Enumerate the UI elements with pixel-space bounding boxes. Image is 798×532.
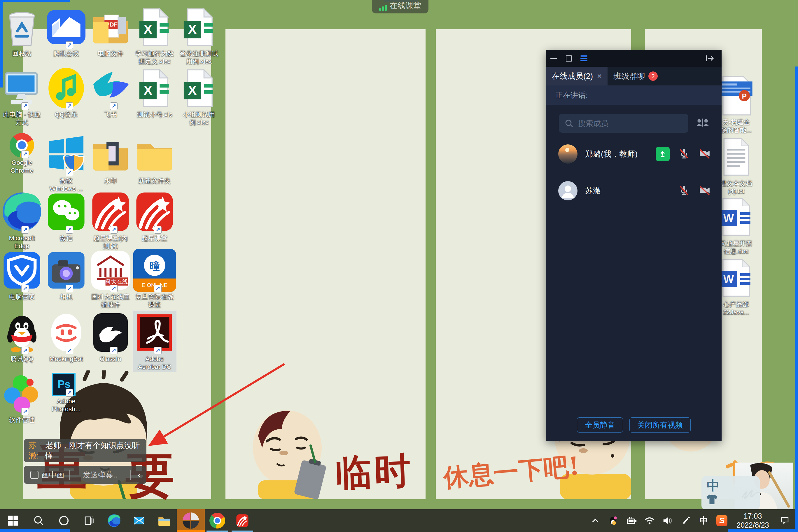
tray-wifi-icon[interactable] [641,515,659,527]
desktop-icon-label: Google Chrome [10,159,34,174]
svg-text:P: P [742,92,747,100]
desktop-icon-label: 学习通行为数 据定义.xlsx [133,50,176,65]
shortcut-arrow-icon: ↗ [110,285,117,292]
mute-all-button[interactable]: 全员静音 [577,417,623,433]
desktop-icon-label: 超星课堂(内 测版) [89,234,132,250]
online-class-badge[interactable]: 在线课堂 [372,0,429,14]
taskbar-file-explorer-button[interactable] [152,509,177,532]
chat-message-text: 老师，刚才有个知识点没听懂 [45,440,142,461]
desktop-icon-watermark-folder[interactable]: 水印 [89,132,132,186]
tab-online-members[interactable]: 在线成员(2) × [546,67,608,86]
tab-class-chat[interactable]: 班级群聊 2 [608,67,664,86]
desktop-icon-recycle-bin[interactable]: 回收站 [0,5,44,59]
desktop-icon-wechat[interactable]: ↗微信 [44,190,88,243]
danmaku-message-bubble: 苏澈: 老师，刚才有个知识点没听懂 [24,439,147,462]
desktop-icon-adobe-photoshop[interactable]: Ps↗Adobe Photosh... [44,372,88,414]
shortcut-arrow-icon: ↗ [154,347,162,354]
panel-footer: 全员静音 关闭所有视频 [546,409,722,441]
window-edge-left [0,0,3,88]
maximize-button[interactable] [561,50,576,67]
unread-count-badge: 2 [648,72,658,81]
tray-windows-ink-icon[interactable] [677,515,695,526]
close-tab-icon[interactable]: × [597,72,602,81]
taskbar-clock[interactable]: 17:03 2022/8/23 [731,512,775,530]
desktop-icon-xuexitong-behavior-xlsx[interactable]: X学习通行为数 据定义.xlsx [133,5,176,66]
tray-volume-icon[interactable] [659,515,677,527]
desktop-icon-login-register-test-xlsx[interactable]: X登录注册测试 用例.xlsx [177,5,221,66]
desktop-icon-adobe-acrobat-dc[interactable]: ↗Adobe Acrobat DC [133,311,176,372]
window-edge-top [0,0,70,2]
microsoft-edge-icon: ↗ [1,190,43,233]
recycle-bin-icon [1,6,43,49]
mic-muted-icon[interactable] [678,147,690,161]
desktop-icon-classin[interactable]: ↗ClassIn [89,311,132,364]
desktop-icon-chaoxing-class[interactable]: ↗超星课堂 [133,190,176,243]
member-row-1[interactable]: 郑璐(我，教师) [546,136,722,172]
tray-power-icon[interactable] [622,515,641,527]
desktop-icon-tencent-qq[interactable]: ↗腾讯QQ [0,311,44,364]
desktop-icon-label: 登录注册测试 用例.xlsx [178,50,220,65]
minimize-button[interactable] [546,50,561,67]
tray-qq-tray-icon[interactable] [604,516,622,526]
desktop-icon-qq-music[interactable]: ↗QQ音乐 [44,66,88,119]
popout-button[interactable] [702,50,718,67]
camera-off-icon[interactable] [698,184,711,197]
taskbar-search-button[interactable] [26,509,51,532]
taskbar-mail-button[interactable] [127,509,152,532]
watermark-folder-icon [89,133,132,176]
card-zhong-character: 中 [707,477,720,494]
desktop-icon-new-folder[interactable]: 新建文件夹 [133,132,176,186]
tray-hidden-icons-icon[interactable] [586,516,604,525]
svg-text:X: X [144,83,152,98]
camera-off-icon[interactable] [698,147,711,161]
shortcut-arrow-icon: ↗ [21,408,29,415]
pip-label[interactable]: 画中画 [41,470,64,480]
desktop-icon-microsoft-edge[interactable]: ↗Microsoft Edge [0,190,44,251]
pip-checkbox[interactable] [30,471,38,479]
search-members-input[interactable] [577,119,678,128]
member-row-2[interactable]: 苏澈 [546,172,722,209]
collapse-chevron[interactable]: ‹ [138,470,140,480]
desktop-icon-computer-files-folder[interactable]: PDF电脑文件 [89,5,132,59]
desktop-icon-microsoft-windows-defender[interactable]: ↗微软 Windows ... [44,132,88,194]
shortcut-arrow-icon: ↗ [65,285,73,292]
desktop-icon-feishu[interactable]: ↗飞书 [89,66,132,119]
desktop-icon-pc-manager[interactable]: ↗电脑管家 [0,248,44,302]
taskbar-chrome-button[interactable] [205,509,230,532]
desktop-icon-label: Microsoft Edge [1,234,43,250]
tshirt-icon [705,494,718,506]
desktop-icon-mockingbot[interactable]: ↗MockingBot [44,311,88,364]
tray-ime-indicator-icon[interactable]: 中 [695,515,713,527]
sort-members-icon[interactable] [697,118,709,129]
taskbar-edge-button[interactable] [101,509,127,532]
desktop-icon-fudan-online-class[interactable]: E ONLINE曈↗复旦管院在线 课堂 [133,248,176,310]
shortcut-arrow-icon: ↗ [65,41,73,49]
mic-muted-icon[interactable] [678,184,690,197]
desktop-icon-chaoxing-class-beta[interactable]: ↗超星课堂(内 测版) [89,190,132,251]
send-danmaku-button[interactable]: 发送弹幕.. [75,470,125,480]
desktop-icon-ucas-live-plugin[interactable]: 科大在线↗国科大在线直 播插件 [89,248,132,310]
taskbar-task-view-button[interactable] [76,509,101,532]
taskbar-class-live-app-button[interactable] [177,509,205,532]
desktop-icon-test-account-xls[interactable]: X测试小号.xls [133,66,176,119]
shortcut-arrow-icon: ↗ [65,226,73,234]
taskbar-cortana-button[interactable] [51,509,76,532]
desktop-icon-label: ClassIn [89,355,132,363]
desktop-icon-this-pc-shortcut[interactable]: ↗此电脑 - 快捷 方式 [0,66,44,128]
action-center-icon[interactable] [775,516,795,526]
desktop-icon-google-chrome[interactable]: ↗Google Chrome [0,132,44,176]
shortcut-arrow-icon: ↗ [154,226,162,234]
desktop-icon-group-test-case-xlsx[interactable]: X小组测试用 例.xlsx [177,66,221,128]
search-box[interactable] [559,114,688,133]
taskbar-start-button[interactable] [0,509,26,532]
desktop-icon-software-manager[interactable]: ↗软件管理 [0,372,44,425]
tencent-qq-icon: ↗ [1,311,43,354]
menu-icon[interactable] [576,50,591,67]
taskbar-chaoxing-button[interactable] [230,509,255,532]
wallpaper-cartoon-boy-2 [249,404,343,500]
close-all-videos-button[interactable]: 关闭所有视频 [629,417,691,433]
desktop-icon-tencent-meeting[interactable]: ↗腾讯会议 [44,5,88,59]
desktop-icon-camera[interactable]: ↗相机 [44,248,88,302]
tray-sogou-input-icon[interactable]: S [713,515,731,526]
desktop-icon-label: 软件管理 [1,416,43,424]
